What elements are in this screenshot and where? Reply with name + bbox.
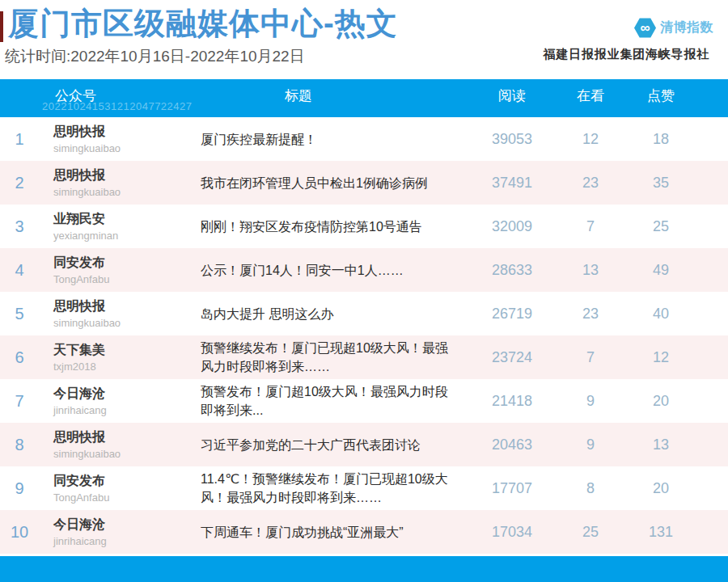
article-title: 岛内大提升 思明这么办 <box>193 305 453 323</box>
account-id: simingkuaibao <box>53 186 193 198</box>
account-name: 天下集美 <box>53 342 193 359</box>
account-cell: 同安发布TongAnfabu <box>39 473 193 504</box>
account-name: 思明快报 <box>53 167 193 184</box>
table-row: 7今日海沧jinrihaicang预警发布！厦门超10级大风！最强风力时段即将到… <box>0 379 728 423</box>
table-row: 5思明快报simingkuaibao岛内大提升 思明这么办267192340 <box>0 292 728 335</box>
watching-count: 23 <box>571 306 610 323</box>
account-cell: 思明快报simingkuaibao <box>39 167 193 198</box>
account-name: 今日海沧 <box>53 517 193 534</box>
account-name: 思明快报 <box>53 298 193 315</box>
reads-count: 21418 <box>453 393 571 410</box>
page-title: 厦门市区级融媒体中心-热文 <box>8 3 398 44</box>
likes-count: 25 <box>610 218 712 235</box>
rank-number: 5 <box>0 305 39 323</box>
table-header: 公众号 标题 阅读 在看 点赞 202210241531212047722427 <box>0 79 728 117</box>
rank-number: 2 <box>0 174 39 192</box>
table-row: 8思明快报simingkuaibao习近平参加党的二十大广西代表团讨论20463… <box>0 423 728 466</box>
account-name: 思明快报 <box>53 124 193 141</box>
account-cell: 同安发布TongAnfabu <box>39 255 193 285</box>
account-name: 同安发布 <box>53 473 193 490</box>
likes-count: 131 <box>610 524 712 541</box>
likes-count: 35 <box>610 175 712 192</box>
reads-count: 17034 <box>453 524 571 541</box>
reads-count: 17707 <box>453 480 571 497</box>
table-row: 10今日海沧jinrihaicang下周通车！厦门成功挑战“亚洲最大”17034… <box>0 510 728 554</box>
article-title: 公示！厦门14人！同安一中1人…… <box>193 261 453 280</box>
rank-number: 3 <box>0 217 39 236</box>
account-cell: 今日海沧jinrihaicang <box>39 386 193 416</box>
account-cell: 思明快报simingkuaibao <box>39 429 193 460</box>
watching-count: 13 <box>571 262 610 279</box>
reads-count: 28633 <box>453 262 571 279</box>
table-row: 9同安发布TongAnfabu11.4℃！预警继续发布！厦门已现超10级大风！最… <box>0 466 728 510</box>
reads-count: 37491 <box>453 175 571 192</box>
table-row: 2思明快报simingkuaibao我市在闭环管理人员中检出1例确诊病例3749… <box>0 161 728 205</box>
account-id: TongAnfabu <box>53 491 193 504</box>
account-id: jinrihaicang <box>53 535 193 547</box>
watching-column-header: 在看 <box>571 86 610 105</box>
account-cell: 今日海沧jinrihaicang <box>39 517 193 547</box>
rank-number: 10 <box>0 523 39 542</box>
hot-articles-ranking-page: 厦门市区级融媒体中心-热文 统计时间:2022年10月16日-2022年10月2… <box>0 0 728 582</box>
account-name: 同安发布 <box>53 255 193 272</box>
table-row: 3业翔民安yexiangminan刚刚！翔安区发布疫情防控第10号通告32009… <box>0 205 728 248</box>
qingbo-logo: ∞ 清博指数 <box>634 17 713 39</box>
account-name: 今日海沧 <box>53 386 193 403</box>
article-title: 11.4℃！预警继续发布！厦门已现超10级大风！最强风力时段即将到来…… <box>193 470 453 507</box>
account-cell: 业翔民安yexiangminan <box>39 211 193 242</box>
article-title: 预警继续发布！厦门已现超10级大风！最强风力时段即将到来…… <box>193 339 453 376</box>
watermark-number: 202210241531212047722427 <box>42 100 193 112</box>
table-row: 4同安发布TongAnfabu公示！厦门14人！同安一中1人……28633134… <box>0 248 728 292</box>
watching-count: 12 <box>571 131 610 148</box>
account-cell: 思明快报simingkuaibao <box>39 298 193 329</box>
likes-count: 49 <box>610 262 712 279</box>
reads-column-header: 阅读 <box>453 86 571 105</box>
account-id: TongAnfabu <box>53 273 193 285</box>
rank-number: 4 <box>0 261 39 280</box>
qingbo-logo-label: 清博指数 <box>660 19 713 36</box>
watching-count: 8 <box>571 480 610 497</box>
reads-count: 26719 <box>453 306 571 323</box>
article-title: 下周通车！厦门成功挑战“亚洲最大” <box>193 523 453 542</box>
watching-count: 25 <box>571 524 610 541</box>
rank-number: 7 <box>0 392 39 411</box>
account-name: 业翔民安 <box>53 211 193 228</box>
article-title: 预警发布！厦门超10级大风！最强风力时段即将到来... <box>193 382 453 420</box>
rank-number: 1 <box>0 130 39 149</box>
likes-count: 40 <box>610 306 712 323</box>
footer-bar <box>0 556 728 582</box>
watching-count: 9 <box>571 436 610 453</box>
account-id: simingkuaibao <box>53 142 193 154</box>
rank-number: 8 <box>0 436 39 454</box>
article-title: 厦门疾控最新提醒！ <box>193 130 453 149</box>
likes-count: 12 <box>610 349 712 366</box>
infinity-icon: ∞ <box>640 21 650 35</box>
likes-count: 18 <box>610 131 712 148</box>
article-title: 习近平参加党的二十大广西代表团讨论 <box>193 436 453 454</box>
reads-count: 20463 <box>453 436 571 453</box>
rank-number: 9 <box>0 479 39 498</box>
page-header: 厦门市区级融媒体中心-热文 统计时间:2022年10月16日-2022年10月2… <box>0 0 728 79</box>
account-name: 思明快报 <box>53 429 193 446</box>
reads-count: 39053 <box>453 131 571 148</box>
account-cell: 天下集美txjm2018 <box>39 342 193 373</box>
qingbo-hexagon-icon: ∞ <box>634 17 656 39</box>
left-accent-bar <box>0 11 3 42</box>
account-id: yexiangminan <box>53 230 193 242</box>
title-column-header: 标题 <box>193 86 453 105</box>
watching-count: 23 <box>571 175 610 192</box>
account-id: jinrihaicang <box>53 404 193 416</box>
rank-number: 6 <box>0 348 39 367</box>
likes-count: 13 <box>610 436 712 453</box>
stats-period: 统计时间:2022年10月16日-2022年10月22日 <box>5 46 305 67</box>
account-id: simingkuaibao <box>53 317 193 329</box>
watching-count: 7 <box>571 349 610 366</box>
account-id: txjm2018 <box>53 361 193 373</box>
likes-count: 20 <box>610 480 712 497</box>
likes-column-header: 点赞 <box>610 86 712 105</box>
publisher-name: 福建日报报业集团海峡导报社 <box>544 47 709 62</box>
article-title: 我市在闭环管理人员中检出1例确诊病例 <box>193 174 453 192</box>
account-cell: 思明快报simingkuaibao <box>39 124 193 154</box>
watching-count: 9 <box>571 393 610 410</box>
reads-count: 32009 <box>453 218 571 235</box>
